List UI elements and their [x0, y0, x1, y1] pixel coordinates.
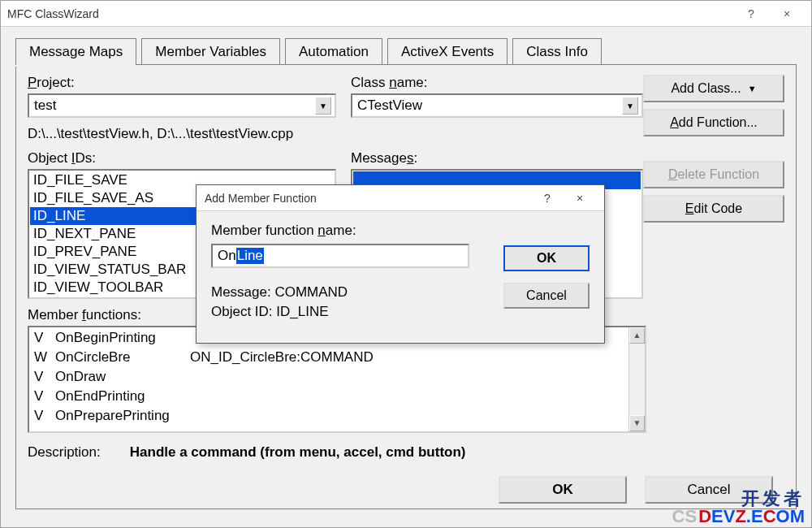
- dialog-cancel-button[interactable]: Cancel: [503, 283, 590, 309]
- chevron-down-icon: ▼: [748, 84, 757, 93]
- dialog-titlebar: Add Member Function ? ×: [197, 185, 604, 211]
- tab-strip: Message Maps Member Variables Automation…: [15, 38, 797, 65]
- add-function-button[interactable]: Add Function...: [643, 109, 784, 136]
- scroll-up-icon[interactable]: ▲: [629, 327, 645, 344]
- project-value: test: [34, 97, 315, 114]
- table-row[interactable]: WOnCircleBreON_ID_CircleBre:COMMAND: [29, 348, 645, 367]
- tab-automation[interactable]: Automation: [285, 38, 382, 65]
- dialog-title: Add Member Function: [205, 192, 531, 205]
- object-ids-label: Object IDs:: [28, 150, 336, 167]
- add-member-function-dialog: Add Member Function ? × Member function …: [196, 184, 605, 344]
- close-button[interactable]: ×: [769, 2, 805, 26]
- chevron-down-icon[interactable]: ▼: [622, 97, 638, 115]
- window-title: MFC ClassWizard: [7, 7, 733, 20]
- class-name-combo[interactable]: CTestView ▼: [351, 93, 643, 118]
- scrollbar-vertical[interactable]: ▲ ▼: [628, 327, 645, 431]
- project-combo[interactable]: test ▼: [28, 93, 336, 118]
- member-function-name-label: Member function name:: [211, 223, 590, 239]
- scroll-down-icon[interactable]: ▼: [629, 415, 645, 431]
- table-row[interactable]: VOnDraw: [29, 367, 645, 387]
- description-label: Description:: [28, 444, 101, 461]
- project-label: Project:: [28, 75, 336, 91]
- tab-class-info[interactable]: Class Info: [512, 38, 602, 65]
- input-prefix: On: [218, 248, 236, 264]
- cancel-button[interactable]: Cancel: [645, 476, 773, 504]
- class-name-value: CTestView: [357, 97, 622, 114]
- table-row[interactable]: VOnPreparePrinting: [29, 406, 645, 426]
- main-window: MFC ClassWizard ? × Message Maps Member …: [0, 0, 812, 528]
- tab-member-variables[interactable]: Member Variables: [141, 38, 280, 65]
- messages-label: Messages:: [351, 150, 643, 167]
- help-button[interactable]: ?: [733, 2, 769, 26]
- tab-message-maps[interactable]: Message Maps: [15, 38, 136, 65]
- dialog-help-button[interactable]: ?: [531, 187, 564, 210]
- ok-button[interactable]: OK: [499, 476, 627, 504]
- dialog-close-button[interactable]: ×: [564, 187, 596, 210]
- table-row[interactable]: VOnEndPrinting: [29, 387, 645, 406]
- tab-activex-events[interactable]: ActiveX Events: [387, 38, 508, 65]
- chevron-down-icon[interactable]: ▼: [315, 97, 331, 115]
- member-function-name-input[interactable]: OnLine: [211, 244, 469, 268]
- dialog-ok-button[interactable]: OK: [503, 245, 590, 271]
- input-selection: Line: [236, 248, 264, 264]
- titlebar: MFC ClassWizard ? ×: [1, 1, 811, 27]
- class-name-label: Class name:: [351, 75, 643, 91]
- add-class-button[interactable]: Add Class...▼: [643, 75, 784, 102]
- description-text: Handle a command (from menu, accel, cmd …: [130, 444, 466, 461]
